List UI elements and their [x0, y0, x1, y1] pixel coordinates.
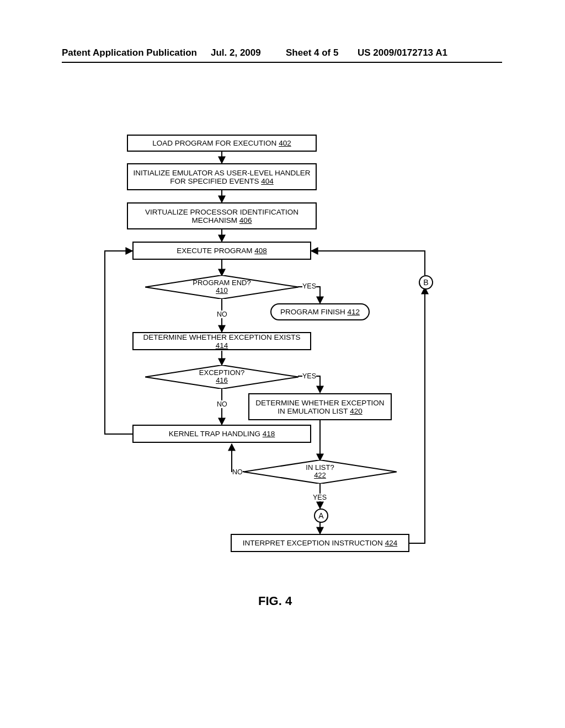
edge-416-yes: YES — [302, 372, 316, 380]
edge-410-no: NO — [217, 311, 227, 318]
node-404-text: INITIALIZE EMULATOR AS USER-LEVEL HANDLE… — [131, 169, 312, 185]
node-408-box: EXECUTE PROGRAM 408 — [132, 242, 311, 260]
node-416-diamond: EXCEPTION? 416 — [145, 365, 299, 389]
node-418-text: KERNEL TRAP HANDLING 418 — [169, 430, 275, 438]
node-422-diamond: IN LIST? 422 — [243, 460, 397, 484]
edge-422-no: NO — [232, 468, 243, 476]
node-408-text: EXECUTE PROGRAM 408 — [177, 247, 267, 255]
node-424-box: INTERPRET EXCEPTION INSTRUCTION 424 — [231, 534, 409, 552]
flowchart: LOAD PROGRAM FOR EXECUTION 402 INITIALIZ… — [0, 0, 565, 662]
node-412-box: PROGRAM FINISH 412 — [270, 303, 370, 320]
node-402-text: LOAD PROGRAM FOR EXECUTION 402 — [152, 139, 291, 147]
node-412-text: PROGRAM FINISH 412 — [280, 308, 360, 316]
node-420-text: DETERMINE WHETHER EXCEPTION IN EMULATION… — [253, 399, 387, 415]
node-406-box: VIRTUALIZE PROCESSOR IDENTIFICATION MECH… — [127, 202, 317, 229]
svg-marker-12 — [243, 460, 397, 484]
node-404-box: INITIALIZE EMULATOR AS USER-LEVEL HANDLE… — [127, 163, 317, 190]
edge-422-yes: YES — [313, 494, 327, 501]
edge-410-yes: YES — [302, 282, 316, 290]
node-402-box: LOAD PROGRAM FOR EXECUTION 402 — [127, 135, 317, 152]
connector-B: B — [419, 275, 433, 290]
figure-caption: FIG. 4 — [258, 594, 292, 608]
node-410-diamond: PROGRAM END? 410 — [145, 275, 299, 299]
node-414-text: DETERMINE WHETHER EXCEPTION EXISTS 414 — [137, 333, 307, 350]
node-414-box: DETERMINE WHETHER EXCEPTION EXISTS 414 — [132, 332, 311, 350]
node-420-box: DETERMINE WHETHER EXCEPTION IN EMULATION… — [248, 393, 392, 420]
edge-416-no: NO — [217, 400, 227, 408]
svg-marker-10 — [145, 275, 299, 299]
node-424-text: INTERPRET EXCEPTION INSTRUCTION 424 — [243, 539, 397, 547]
svg-marker-11 — [145, 365, 299, 389]
connector-A: A — [314, 508, 328, 523]
node-406-text: VIRTUALIZE PROCESSOR IDENTIFICATION MECH… — [131, 208, 312, 224]
flow-edges — [0, 0, 565, 662]
node-418-box: KERNEL TRAP HANDLING 418 — [132, 425, 311, 443]
